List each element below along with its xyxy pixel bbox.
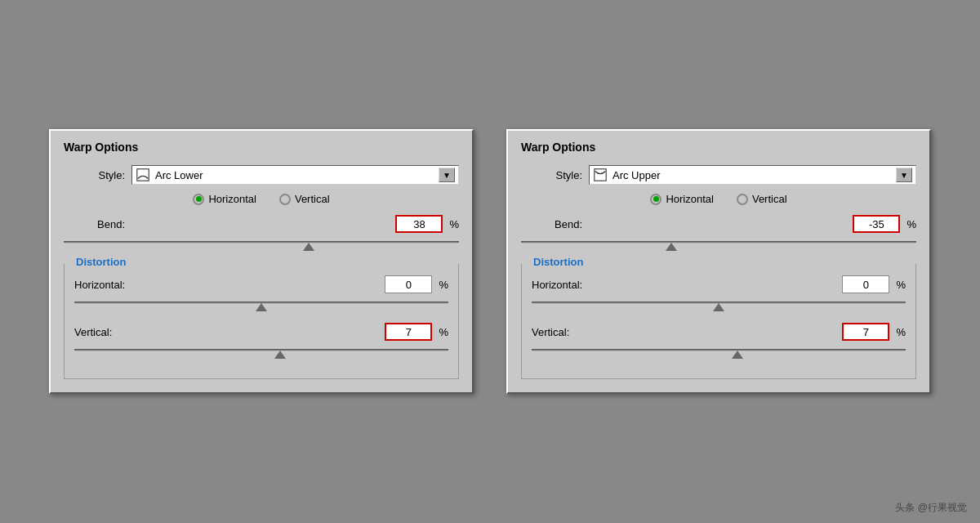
style-label-2: Style: — [521, 169, 582, 181]
radio-circle-horizontal-1 — [193, 194, 204, 205]
bend-input-1[interactable] — [395, 215, 443, 233]
distortion-title-1: Distortion — [73, 256, 129, 268]
bend-track-1 — [64, 241, 459, 244]
panels-container: Warp Options Style: Arc Lower ▼ Horizont… — [49, 129, 931, 394]
vert-dist-label-2: Vertical: — [532, 326, 597, 338]
vert-dist-row-2: Vertical: % — [532, 323, 906, 341]
vert-dist-percent-1: % — [439, 326, 448, 338]
radio-vertical-2[interactable]: Vertical — [737, 193, 787, 205]
vert-dist-row-1: Vertical: % — [74, 323, 448, 341]
bend-percent-1: % — [449, 218, 459, 230]
vert-dist-input-2[interactable] — [842, 323, 889, 341]
radio-label-vertical-1: Vertical — [295, 193, 330, 205]
radio-row-1: Horizontal Vertical — [64, 193, 459, 205]
bend-label-1: Bend: — [64, 218, 125, 230]
style-label-1: Style: — [64, 169, 125, 181]
bend-label-2: Bend: — [521, 218, 582, 230]
horiz-dist-thumb-2[interactable] — [713, 303, 724, 311]
bend-input-2[interactable] — [853, 215, 900, 233]
radio-horizontal-1[interactable]: Horizontal — [193, 193, 256, 205]
horiz-dist-slider-2[interactable] — [532, 297, 906, 311]
style-row-1: Style: Arc Lower ▼ — [64, 165, 459, 185]
horiz-dist-percent-2: % — [896, 279, 906, 291]
panel-title-1: Warp Options — [64, 141, 459, 154]
radio-label-vertical-2: Vertical — [752, 193, 787, 205]
horiz-dist-label-2: Horizontal: — [532, 279, 597, 291]
radio-label-horizontal-2: Horizontal — [666, 193, 714, 205]
horiz-dist-input-2[interactable] — [842, 275, 889, 293]
warp-panel-2: Warp Options Style: Arc Upper ▼ Horizont… — [506, 129, 931, 394]
radio-vertical-1[interactable]: Vertical — [279, 193, 330, 205]
bend-row-2: Bend: % — [521, 215, 916, 233]
vert-dist-track-2 — [532, 349, 906, 352]
horiz-dist-row-2: Horizontal: % — [532, 275, 906, 293]
arc-upper-icon — [593, 168, 608, 182]
style-row-2: Style: Arc Upper ▼ — [521, 165, 916, 185]
dropdown-arrow-1[interactable]: ▼ — [439, 168, 455, 182]
vert-dist-percent-2: % — [896, 326, 906, 338]
horiz-dist-label-1: Horizontal: — [74, 279, 140, 291]
vert-dist-thumb-2[interactable] — [732, 351, 743, 359]
radio-row-2: Horizontal Vertical — [521, 193, 916, 205]
bend-slider-2[interactable] — [521, 236, 916, 251]
distortion-group-1: Distortion Horizontal: % Vertical: % — [64, 264, 459, 379]
vert-dist-slider-2[interactable] — [532, 344, 906, 359]
radio-label-horizontal-1: Horizontal — [208, 193, 256, 205]
watermark: 头条 @行果视觉 — [895, 501, 967, 515]
dropdown-arrow-2[interactable]: ▼ — [896, 168, 912, 182]
arc-lower-icon — [136, 168, 150, 182]
horiz-dist-percent-1: % — [439, 279, 448, 291]
vert-dist-thumb-1[interactable] — [274, 351, 286, 359]
horiz-dist-slider-1[interactable] — [74, 297, 448, 311]
bend-percent-2: % — [906, 218, 916, 230]
horiz-dist-thumb-1[interactable] — [256, 303, 267, 311]
radio-circle-horizontal-2 — [650, 194, 662, 205]
vert-dist-slider-1[interactable] — [74, 344, 448, 359]
bend-thumb-2[interactable] — [666, 243, 677, 251]
warp-panel-1: Warp Options Style: Arc Lower ▼ Horizont… — [49, 129, 474, 394]
vert-dist-track-1 — [74, 349, 448, 352]
bend-row-1: Bend: % — [64, 215, 459, 233]
vert-dist-label-1: Vertical: — [74, 326, 140, 338]
horiz-dist-row-1: Horizontal: % — [74, 275, 448, 293]
svg-rect-1 — [595, 169, 606, 181]
horiz-dist-input-1[interactable] — [385, 275, 432, 293]
style-dropdown-1[interactable]: Arc Lower ▼ — [131, 165, 459, 185]
radio-circle-vertical-1 — [279, 194, 291, 205]
radio-horizontal-2[interactable]: Horizontal — [650, 193, 714, 205]
distortion-title-2: Distortion — [530, 256, 586, 268]
distortion-group-2: Distortion Horizontal: % Vertical: % — [521, 264, 916, 379]
panel-title-2: Warp Options — [521, 141, 916, 154]
radio-circle-vertical-2 — [737, 194, 748, 205]
style-text-1: Arc Lower — [155, 169, 439, 181]
bend-track-2 — [521, 241, 916, 244]
bend-slider-1[interactable] — [64, 236, 459, 251]
style-text-2: Arc Upper — [612, 169, 896, 181]
bend-thumb-1[interactable] — [303, 243, 314, 251]
vert-dist-input-1[interactable] — [385, 323, 432, 341]
style-dropdown-2[interactable]: Arc Upper ▼ — [589, 165, 916, 185]
svg-rect-0 — [137, 169, 149, 181]
